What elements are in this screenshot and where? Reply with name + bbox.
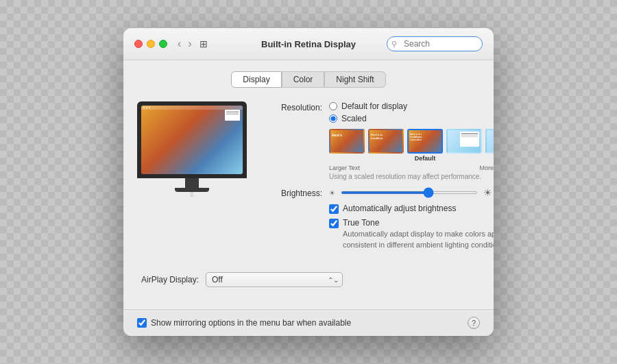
resolution-thumbs: Here's Here's totroublem: [329, 129, 494, 162]
grid-icon[interactable]: ⊞: [199, 38, 208, 49]
monitor-stand-neck: [185, 178, 199, 188]
resolution-scaled-row: Scaled: [329, 114, 494, 123]
res-thumb-img-5: [485, 129, 494, 154]
true-tone-label: True Tone: [343, 218, 494, 228]
true-tone-label-wrap: True Tone Automatically adapt display to…: [343, 218, 494, 250]
airplay-select-wrapper: Off On ⌃⌄: [206, 272, 343, 287]
settings-window: ‹ › ⊞ Built-in Retina Display ⚲ Display …: [123, 28, 494, 336]
screen-window-overlay: [225, 110, 240, 121]
airplay-label: AirPlay Display:: [137, 275, 199, 284]
resolution-controls: Default for display Scaled Here's: [329, 101, 494, 180]
auto-brightness-row: Automatically adjust brightness: [329, 204, 494, 214]
res-thumb-1[interactable]: Here's: [329, 129, 365, 162]
res-thumb-img-2: Here's totroublem: [368, 129, 404, 154]
show-mirroring-row: Show mirroring options in the menu bar w…: [137, 317, 468, 328]
maximize-button[interactable]: [159, 40, 167, 48]
tab-night-shift[interactable]: Night Shift: [324, 71, 385, 88]
res-thumb-label-3: Default: [407, 155, 443, 162]
settings-panel: Resolution: Default for display Scaled: [261, 101, 494, 261]
tab-display[interactable]: Display: [231, 71, 281, 88]
show-mirroring-checkbox[interactable]: [137, 318, 147, 328]
scale-label-left: Larger Text: [329, 165, 360, 171]
bottom-bar: Show mirroring options in the menu bar w…: [123, 309, 494, 336]
scale-label-right: More Space: [479, 165, 494, 171]
true-tone-row: True Tone Automatically adapt display to…: [329, 218, 494, 250]
content-area: Display Color Night Shift: [123, 60, 494, 309]
resolution-scaled-label: Scaled: [341, 114, 367, 123]
traffic-lights: [134, 40, 167, 48]
res-thumb-2[interactable]: Here's totroublem: [368, 129, 404, 162]
brightness-slider-row: ☀ ☀: [329, 187, 494, 198]
apple-logo-icon: : [137, 191, 247, 198]
back-button[interactable]: ‹: [176, 38, 183, 49]
res-thumb-4[interactable]: [446, 129, 482, 162]
res-thumb-img-1: Here's: [329, 129, 365, 154]
res-thumb-5[interactable]: [485, 129, 494, 162]
auto-brightness-label: Automatically adjust brightness: [343, 204, 456, 213]
close-button[interactable]: [134, 40, 143, 48]
res-thumb-3[interactable]: Here's to ttroublemaones who Default: [407, 129, 443, 162]
resolution-scale-labels: Larger Text More Space: [329, 165, 494, 171]
minimize-button[interactable]: [147, 40, 155, 48]
tab-bar: Display Color Night Shift: [137, 71, 480, 88]
search-icon: ⚲: [391, 40, 397, 49]
resolution-note: Using a scaled resolution may affect per…: [329, 173, 494, 180]
brightness-low-icon: ☀: [329, 189, 335, 197]
brightness-slider[interactable]: [341, 191, 478, 194]
auto-brightness-checkbox[interactable]: [329, 204, 339, 214]
brightness-controls: ☀ ☀ Automatically adjust brightness: [329, 187, 494, 254]
resolution-scaled-radio[interactable]: [329, 114, 337, 123]
airplay-select[interactable]: Off On: [206, 272, 343, 287]
window-title: Built-in Retina Display: [261, 39, 356, 49]
monitor-body: [137, 101, 247, 178]
main-layout:  Resolution: Default for display Scaled: [137, 101, 480, 261]
monitor-preview: : [137, 101, 247, 261]
search-bar: ⚲: [387, 36, 483, 51]
brightness-label: Brightness:: [261, 187, 322, 198]
airplay-row: AirPlay Display: Off On ⌃⌄: [137, 272, 480, 287]
tab-color[interactable]: Color: [282, 71, 325, 88]
resolution-default-label: Default for display: [341, 101, 407, 111]
true-tone-checkbox[interactable]: [329, 219, 339, 228]
show-mirroring-label: Show mirroring options in the menu bar w…: [151, 318, 351, 328]
resolution-default-row: Default for display: [329, 101, 494, 111]
nav-buttons: ‹ ›: [176, 38, 194, 49]
brightness-row: Brightness: ☀ ☀ Automatically adjust bri…: [261, 187, 494, 254]
title-bar: ‹ › ⊞ Built-in Retina Display ⚲: [123, 28, 494, 60]
brightness-high-icon: ☀: [483, 187, 492, 198]
true-tone-description: Automatically adapt display to make colo…: [343, 229, 494, 250]
resolution-label: Resolution:: [261, 101, 322, 112]
forward-button[interactable]: ›: [186, 38, 193, 49]
search-input[interactable]: [387, 36, 483, 51]
resolution-default-radio[interactable]: [329, 102, 337, 110]
res-thumb-img-3: Here's to ttroublemaones who: [407, 129, 443, 154]
res-thumb-img-4: [446, 129, 482, 154]
monitor-screen: [141, 106, 243, 174]
auto-brightness-label-wrap: Automatically adjust brightness: [343, 204, 456, 213]
help-button[interactable]: ?: [468, 317, 480, 329]
resolution-row: Resolution: Default for display Scaled: [261, 101, 494, 180]
